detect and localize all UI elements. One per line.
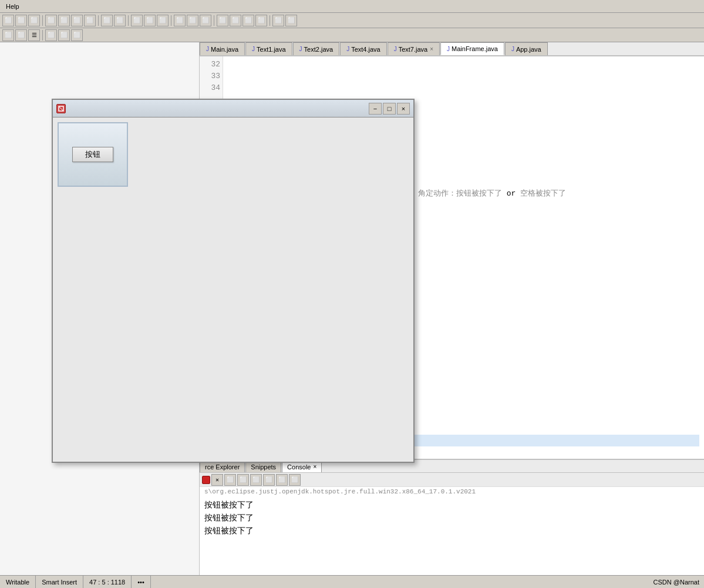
- toolbar2-btn-3[interactable]: ☰: [28, 29, 40, 41]
- tab-text7-java[interactable]: J Text7.java ×: [388, 42, 440, 55]
- toolbar-btn-14[interactable]: ⬜: [187, 15, 198, 26]
- tab-text4-java[interactable]: J Text4.java: [340, 42, 387, 55]
- toolbar2-btn-1[interactable]: ⬜: [2, 29, 14, 41]
- toolbar-btn-20[interactable]: ⬜: [272, 15, 284, 26]
- line-num-32: 32: [200, 59, 220, 70]
- status-dots: •••: [132, 576, 151, 588]
- svg-line-1: [59, 106, 63, 111]
- tab-mainframe-java[interactable]: J MainFrame.java: [440, 42, 504, 55]
- tab-resource-label: rce Explorer: [205, 463, 240, 471]
- console-clear-btn[interactable]: ✕: [211, 474, 223, 486]
- toolbar-btn-3[interactable]: ⬜: [28, 15, 40, 26]
- bottom-panel: rce Explorer Snippets Console × ✕ ⬜ ⬜ ⬜ …: [200, 459, 704, 588]
- java-window-icon: [56, 104, 66, 113]
- toolbar2-sep-1: [42, 30, 43, 41]
- java-window-controls: − □ ×: [369, 103, 410, 115]
- console-toolbar: ✕ ⬜ ⬜ ⬜ ⬜ ⬜ ⬜: [200, 473, 704, 487]
- toolbar-btn-19[interactable]: ⬜: [255, 15, 267, 26]
- action-button[interactable]: 按钮: [72, 147, 113, 162]
- toolbar-btn-1[interactable]: ⬜: [2, 15, 14, 26]
- tab-console-close[interactable]: ×: [313, 463, 316, 470]
- console-path: s\org.eclipse.justj.openjdk.hotspot.jre.…: [200, 487, 704, 496]
- status-brand: CSDN @Narnat: [649, 579, 704, 586]
- toolbar-btn-5[interactable]: ⬜: [58, 15, 70, 26]
- tab-label-text4: Text4.java: [351, 46, 380, 53]
- toolbar-btn-11[interactable]: ⬜: [144, 15, 156, 26]
- toolbar-btn-16[interactable]: ⬜: [217, 15, 228, 26]
- toolbar2-btn-5[interactable]: ⬜: [58, 29, 70, 41]
- menu-help[interactable]: Help: [2, 2, 23, 11]
- tab-snippets-label: Snippets: [251, 463, 276, 471]
- toolbar-sep-2: [98, 15, 99, 26]
- line-num-34: 34: [200, 82, 220, 94]
- toolbar-btn-7[interactable]: ⬜: [84, 15, 96, 26]
- code-line-32: [230, 82, 699, 94]
- toolbar-btn-13[interactable]: ⬜: [174, 15, 186, 26]
- tab-icon-text2: J: [299, 46, 302, 52]
- tab-text2-java[interactable]: J Text2.java: [293, 42, 340, 55]
- toolbar-btn-2[interactable]: ⬜: [15, 15, 27, 26]
- toolbar-btn-10[interactable]: ⬜: [131, 15, 143, 26]
- tab-icon-main: J: [206, 46, 209, 52]
- maximize-button[interactable]: □: [383, 103, 396, 115]
- tab-label-text7: Text7.java: [399, 46, 428, 53]
- toolbar2-btn-4[interactable]: ⬜: [45, 29, 57, 41]
- console-btn3[interactable]: ⬜: [237, 474, 249, 486]
- toolbar-btn-18[interactable]: ⬜: [242, 15, 254, 26]
- console-btn7[interactable]: ⬜: [289, 474, 301, 486]
- toolbar-btn-4[interactable]: ⬜: [45, 15, 57, 26]
- toolbar2-btn-2[interactable]: ⬜: [15, 29, 27, 41]
- toolbar-btn-21[interactable]: ⬜: [285, 15, 297, 26]
- console-output: 按钮被按下了 按钮被按下了 按钮被按下了: [200, 496, 704, 540]
- toolbar-sep-1: [42, 15, 43, 26]
- toolbar-row1: ⬜ ⬜ ⬜ ⬜ ⬜ ⬜ ⬜ ⬜ ⬜ ⬜ ⬜ ⬜ ⬜ ⬜ ⬜ ⬜ ⬜ ⬜ ⬜ ⬜ …: [0, 13, 704, 28]
- console-output-line1: 按钮被按下了: [204, 499, 699, 512]
- toolbar-sep-4: [171, 15, 171, 26]
- minimize-button[interactable]: −: [369, 103, 382, 115]
- tab-icon-text7: J: [394, 46, 397, 52]
- tab-label-main: Main.java: [211, 46, 238, 53]
- tab-label-app: App.java: [516, 46, 541, 53]
- toolbar-btn-15[interactable]: ⬜: [200, 15, 211, 26]
- tab-label-text2: Text2.java: [304, 46, 334, 53]
- status-writable: Writable: [0, 576, 36, 588]
- toolbar-sep-6: [270, 15, 270, 26]
- tab-icon-text4: J: [346, 46, 349, 52]
- tab-app-java[interactable]: J App.java: [505, 42, 548, 55]
- tab-close-text7[interactable]: ×: [430, 46, 433, 52]
- console-btn5[interactable]: ⬜: [263, 474, 275, 486]
- tab-label-text1: Text1.java: [257, 46, 286, 53]
- status-position: 47 : 5 : 1118: [83, 576, 132, 588]
- tab-icon-text1: J: [252, 46, 255, 52]
- toolbar-sep-5: [214, 15, 214, 26]
- java-app-window: − □ × 按钮: [52, 99, 415, 463]
- console-output-line3: 按钮被按下了: [204, 525, 699, 537]
- java-window-titlebar[interactable]: − □ ×: [53, 100, 413, 117]
- tab-console-label: Console: [287, 463, 311, 471]
- editor-tab-bar: J Main.java J Text1.java J Text2.java J …: [200, 42, 704, 56]
- menu-bar: Help: [0, 0, 704, 13]
- toolbar2-btn-6[interactable]: ⬜: [71, 29, 83, 41]
- console-stop-btn[interactable]: [202, 476, 210, 484]
- close-button[interactable]: ×: [397, 103, 410, 115]
- tab-icon-app: J: [511, 46, 514, 52]
- toolbar-row2: ⬜ ⬜ ☰ ⬜ ⬜ ⬜: [0, 28, 704, 42]
- status-bar: Writable Smart Insert 47 : 5 : 1118 ••• …: [0, 575, 704, 588]
- tab-main-java[interactable]: J Main.java: [200, 42, 245, 55]
- tab-text1-java[interactable]: J Text1.java: [245, 42, 292, 55]
- line-num-33: 33: [200, 70, 220, 82]
- status-smart-insert: Smart Insert: [36, 576, 83, 588]
- button-panel: 按钮: [58, 122, 128, 187]
- console-output-line2: 按钮被按下了: [204, 512, 699, 525]
- console-btn2[interactable]: ⬜: [224, 474, 236, 486]
- tab-icon-mainframe: J: [447, 46, 450, 52]
- console-btn4[interactable]: ⬜: [250, 474, 262, 486]
- toolbar-btn-17[interactable]: ⬜: [230, 15, 241, 26]
- toolbar-btn-9[interactable]: ⬜: [114, 15, 126, 26]
- toolbar-btn-12[interactable]: ⬜: [157, 15, 169, 26]
- toolbar-btn-6[interactable]: ⬜: [71, 15, 83, 26]
- toolbar-btn-8[interactable]: ⬜: [101, 15, 113, 26]
- toolbar-sep-3: [128, 15, 129, 26]
- tab-label-mainframe: MainFrame.java: [452, 45, 498, 52]
- console-btn6[interactable]: ⬜: [276, 474, 288, 486]
